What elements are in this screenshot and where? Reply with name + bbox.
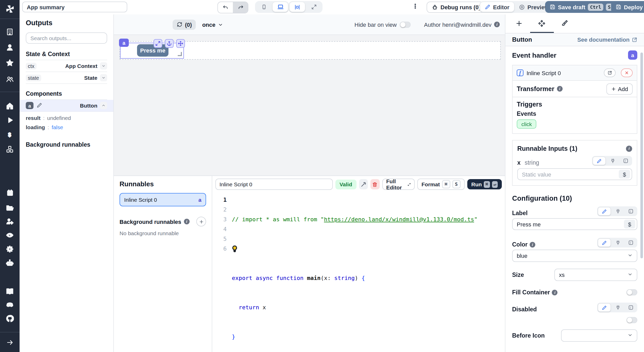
- add-transformer-button[interactable]: Add: [607, 83, 633, 94]
- ai-wand-button[interactable]: [359, 179, 368, 189]
- chevron-down-icon[interactable]: [100, 74, 107, 81]
- script-name-input[interactable]: [215, 179, 333, 190]
- docs-book-icon[interactable]: [0, 287, 20, 295]
- home-icon[interactable]: [0, 102, 20, 110]
- rename-pencil-icon[interactable]: [37, 102, 42, 109]
- tab-editor[interactable]: Editor: [480, 2, 514, 12]
- variables-icon[interactable]: $: [0, 131, 20, 139]
- schedules-icon[interactable]: [0, 189, 20, 197]
- mobile-view-button[interactable]: [256, 2, 272, 12]
- refresh-count-button[interactable]: (0): [173, 19, 196, 30]
- eval-function-button[interactable]: f: [619, 158, 632, 164]
- dollar-button[interactable]: $: [624, 220, 635, 228]
- component-id-tag[interactable]: a: [119, 39, 129, 47]
- info-icon[interactable]: [184, 219, 190, 224]
- chevron-up-icon[interactable]: [100, 102, 107, 109]
- theme-brush-tab[interactable]: [561, 19, 568, 28]
- inline-script-row[interactable]: f Inline Script 0: [513, 65, 637, 80]
- github-icon[interactable]: [0, 314, 20, 323]
- static-value-placeholder: Static value: [522, 171, 619, 177]
- settings-components-tab[interactable]: [538, 19, 546, 28]
- runnable-item-inline-script-0[interactable]: Inline Script 0 a: [120, 193, 206, 206]
- collapse-arrow-icon[interactable]: [0, 339, 20, 346]
- fullwidth-button[interactable]: [306, 2, 321, 12]
- app-summary-input[interactable]: [22, 2, 127, 12]
- remove-script-button[interactable]: [621, 68, 633, 77]
- workers-icon[interactable]: [0, 217, 20, 225]
- color-select[interactable]: blue: [512, 250, 637, 262]
- open-script-button[interactable]: [604, 68, 616, 77]
- static-mode-button[interactable]: [592, 156, 606, 165]
- runs-icon[interactable]: [0, 116, 20, 124]
- lightbulb-icon[interactable]: [232, 245, 238, 252]
- full-editor-button[interactable]: Full Editor: [382, 179, 415, 190]
- info-icon[interactable]: [530, 242, 535, 247]
- code-lines[interactable]: // import * as wmill from "https://deno.…: [232, 195, 505, 352]
- redo-button[interactable]: [233, 2, 248, 13]
- output-row-state[interactable]: state State: [26, 72, 107, 84]
- code-editor[interactable]: 1 2 3 4 5 6 // import * as wmill from "h…: [212, 192, 505, 352]
- save-draft-button[interactable]: Save draft Ctrl S: [545, 1, 617, 13]
- settings-gear-icon[interactable]: [0, 245, 20, 253]
- folders-icon[interactable]: [0, 204, 20, 212]
- workspace-icon[interactable]: [0, 28, 20, 36]
- static-mode-button[interactable]: [598, 238, 611, 247]
- run-button[interactable]: Run ⌘ ↵: [467, 179, 502, 189]
- insert-component-tab[interactable]: [515, 19, 523, 28]
- connect-plug-button[interactable]: [612, 305, 624, 310]
- more-menu-icon[interactable]: [412, 3, 418, 10]
- connect-plug-button[interactable]: [606, 158, 619, 164]
- component-row-a[interactable]: a Button: [20, 100, 113, 112]
- desktop-view-button[interactable]: [273, 2, 288, 12]
- fill-container-toggle[interactable]: [626, 289, 637, 295]
- eval-function-button[interactable]: f: [624, 240, 637, 245]
- move-component-icon[interactable]: [176, 39, 185, 48]
- info-icon[interactable]: [626, 146, 632, 152]
- connect-plug-button[interactable]: [612, 208, 624, 214]
- app-canvas[interactable]: (0) once Hide bar on view Author henri@w…: [114, 14, 505, 175]
- loading-row[interactable]: loading : false: [26, 124, 107, 130]
- size-select[interactable]: xs: [554, 269, 637, 281]
- delete-script-button[interactable]: [370, 179, 379, 189]
- discord-icon[interactable]: [0, 301, 20, 309]
- windmill-logo-icon[interactable]: [0, 5, 20, 13]
- schedule-mode-dropdown[interactable]: once: [202, 21, 223, 28]
- label-value-input[interactable]: Press me $: [512, 218, 637, 230]
- scrollbar-thumb[interactable]: [640, 52, 643, 258]
- static-mode-button[interactable]: [598, 303, 611, 312]
- audit-logs-icon[interactable]: [0, 231, 20, 239]
- static-value-input[interactable]: Static value $: [517, 168, 632, 180]
- hide-bar-toggle[interactable]: [400, 21, 411, 28]
- ctx-value: App Context: [65, 63, 97, 69]
- resources-icon[interactable]: [0, 145, 20, 153]
- resize-handle[interactable]: [178, 52, 182, 56]
- ai-robot-icon[interactable]: [0, 259, 20, 267]
- star-icon[interactable]: [0, 59, 20, 67]
- expand-component-icon[interactable]: [154, 39, 162, 48]
- info-icon[interactable]: [494, 22, 500, 27]
- dollar-button[interactable]: $: [619, 170, 630, 179]
- center-align-button[interactable]: [290, 2, 305, 12]
- info-icon[interactable]: [557, 86, 563, 92]
- deploy-button[interactable]: Deploy: [611, 1, 644, 13]
- add-background-runnable-button[interactable]: [196, 217, 206, 226]
- output-row-ctx[interactable]: ctx App Context: [26, 60, 107, 72]
- format-button[interactable]: Format ⌘ S: [417, 179, 464, 190]
- anchor-component-icon[interactable]: [165, 39, 174, 48]
- undo-button[interactable]: [218, 2, 233, 13]
- search-outputs-input[interactable]: [26, 32, 107, 44]
- svg-text:$: $: [8, 132, 11, 138]
- before-icon-select[interactable]: [561, 329, 637, 342]
- see-documentation-link[interactable]: See documentation: [577, 37, 637, 43]
- disabled-toggle[interactable]: [626, 317, 637, 323]
- static-mode-button[interactable]: [598, 207, 611, 216]
- result-row[interactable]: result : undefined: [26, 115, 107, 121]
- eval-function-button[interactable]: f: [624, 208, 637, 214]
- chevron-down-icon[interactable]: [100, 62, 107, 69]
- user-icon[interactable]: [0, 43, 20, 51]
- eval-function-button[interactable]: f: [624, 305, 637, 310]
- connect-plug-button[interactable]: [612, 240, 624, 245]
- info-icon[interactable]: [552, 289, 558, 295]
- groups-icon[interactable]: [0, 75, 20, 83]
- debug-runs-button[interactable]: Debug runs (0): [427, 2, 486, 13]
